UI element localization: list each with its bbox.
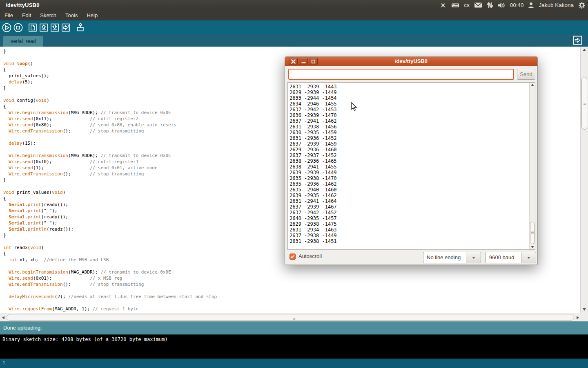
scrollbar-grip [293, 318, 294, 320]
session-gear-icon[interactable] [578, 2, 586, 9]
serial-row: 2633 -2944 -1454 [290, 95, 337, 101]
serial-row: 2630 -2935 -1459 [290, 130, 337, 135]
clock[interactable]: 00:40 [510, 2, 524, 8]
user-icon [528, 2, 534, 9]
code-line [3, 287, 580, 294]
code-line: delayMicroseconds(2); //needs at least 1… [3, 294, 580, 300]
tab-serial-read[interactable]: serial_read [3, 36, 43, 47]
close-button[interactable] [289, 58, 298, 65]
line-ending-value: No line ending [427, 252, 461, 263]
serial-row: 2637 -2942 -1452 [290, 210, 337, 215]
minimize-button[interactable] [299, 58, 308, 65]
serial-row: 2636 -2939 -1470 [290, 112, 337, 118]
serial-row: 2637 -2939 -1467 [290, 204, 337, 210]
dropdown-button[interactable] [521, 252, 536, 263]
serial-monitor-window: /dev/ttyUSB0 Send 2631 -2939 -14432629 -… [285, 56, 538, 265]
serial-row: 2637 -2941 -1462 [290, 118, 337, 124]
serial-monitor-titlebar[interactable]: /dev/ttyUSB0 [285, 57, 537, 66]
scroll-down-arrow-icon[interactable] [531, 246, 534, 248]
menu-items: FileEditSketchToolsHelp [0, 10, 102, 20]
save-sketch-button[interactable] [50, 23, 59, 32]
serial-row: 2629 -2938 -1475 [290, 221, 337, 227]
scrollbar-grip [531, 231, 534, 231]
scroll-up-arrow-icon[interactable] [531, 84, 534, 86]
tab-bar: serial_read [0, 34, 588, 47]
system-panel: /dev/ttyUSB0 cs 00:40 Jakub Kakona [0, 0, 588, 10]
user-name[interactable]: Jakub Kakona [539, 2, 574, 8]
menu-help[interactable]: Help [82, 10, 102, 20]
maximize-button[interactable] [309, 58, 318, 65]
serial-row: 2638 -2936 -1465 [290, 158, 337, 164]
editor-vertical-scrollbar[interactable] [580, 47, 588, 313]
active-window-title: /dev/ttyUSB0 [0, 2, 40, 8]
serial-row: 2637 -2938 -1449 [290, 233, 337, 238]
line-number-strip: 1 [0, 359, 588, 368]
pinwheel-icon[interactable] [439, 2, 447, 9]
editor-horizontal-scrollbar-thumb[interactable] [7, 314, 574, 321]
status-bar: Done uploading. [0, 321, 588, 334]
menu-tools[interactable]: Tools [61, 10, 82, 20]
line-ending-select[interactable]: No line ending [423, 252, 481, 263]
tab-menu-icon[interactable] [573, 36, 582, 45]
code-line: Wire.requestFrom(MAG_ADDR, 1); // reques… [3, 306, 580, 312]
scroll-right-arrow-icon[interactable] [577, 316, 579, 319]
serial-row: 2640 -2935 -1457 [290, 215, 337, 221]
open-sketch-button[interactable] [39, 23, 48, 32]
code-line: Wire.send(0x01); // x MSB reg [3, 275, 580, 281]
build-console: Binary sketch size: 4208 bytes (of a 307… [0, 334, 588, 359]
serial-row: 2631 -2938 -1451 [290, 238, 337, 244]
code-line: Wire.endTransmission(); // stop transmit… [3, 281, 580, 287]
baud-rate-value: 9600 baud [489, 252, 514, 263]
serial-monitor-title: /dev/ttyUSB0 [285, 57, 537, 66]
serial-row: 2639 -2939 -1449 [290, 170, 337, 175]
ide-toolbar [0, 20, 588, 34]
scroll-left-arrow-icon[interactable] [2, 316, 4, 319]
autoscroll-label: Autoscroll [298, 253, 322, 259]
network-sync-icon[interactable] [487, 2, 493, 9]
stop-button[interactable] [13, 23, 23, 32]
menu-bar: FileEditSketchToolsHelp [0, 10, 588, 20]
upload-button[interactable] [61, 23, 70, 32]
keyboard-layout-indicator[interactable]: cs [464, 2, 470, 8]
scrollbar-grip [584, 102, 586, 102]
serial-input-field[interactable] [288, 69, 514, 80]
scroll-down-arrow-icon[interactable] [583, 308, 586, 311]
line-number: 1 [2, 360, 5, 366]
dropdown-button[interactable] [466, 252, 481, 263]
serial-scrollbar-thumb[interactable] [530, 222, 535, 244]
serial-row: 2635 -2936 -1462 [290, 181, 337, 187]
mouse-cursor [351, 102, 357, 113]
serial-row: 2637 -2937 -1452 [290, 153, 337, 158]
editor-horizontal-scrollbar[interactable] [0, 313, 588, 321]
code-line: Wire.beginTransmission(MAG_ADDR); // tra… [3, 269, 580, 275]
serial-scrollbar[interactable] [529, 83, 535, 249]
serial-row: 2631 -2938 -1456 [290, 124, 337, 130]
serial-row: 2629 -2939 -1449 [290, 90, 337, 95]
editor-vertical-scrollbar-thumb[interactable] [581, 77, 587, 130]
serial-row: 2639 -2935 -1462 [290, 193, 337, 198]
text-caret [291, 71, 291, 78]
send-button[interactable]: Send [517, 69, 535, 80]
new-sketch-button[interactable] [28, 23, 37, 32]
baud-rate-select[interactable]: 9600 baud [486, 252, 536, 263]
serial-row: 2637 -2942 -1453 [290, 107, 337, 112]
keyboard-icon[interactable] [451, 2, 459, 9]
serial-monitor-footer: Autoscroll No line ending 9600 baud [285, 252, 537, 263]
menu-sketch[interactable]: Sketch [36, 10, 61, 20]
menu-file[interactable]: File [0, 10, 18, 20]
volume-icon[interactable] [498, 2, 506, 9]
chevron-down-icon [527, 257, 530, 259]
mail-icon[interactable] [474, 2, 482, 8]
system-tray: cs 00:40 Jakub Kakona [439, 0, 586, 10]
scroll-up-arrow-icon[interactable] [583, 49, 586, 51]
serial-output-area[interactable]: 2631 -2939 -14432629 -2939 -14492633 -29… [287, 82, 535, 250]
serial-monitor-button[interactable] [76, 23, 85, 32]
serial-row: 2631 -2934 -1463 [290, 227, 337, 233]
serial-row: 2629 -2936 -1460 [290, 147, 337, 153]
serial-row: 2631 -2939 -1443 [290, 84, 337, 90]
status-message: Done uploading. [3, 325, 42, 331]
menu-edit[interactable]: Edit [18, 10, 36, 20]
serial-row: 2634 -2946 -1455 [290, 101, 337, 107]
verify-button[interactable] [2, 23, 11, 32]
autoscroll-checkbox[interactable] [290, 254, 296, 260]
